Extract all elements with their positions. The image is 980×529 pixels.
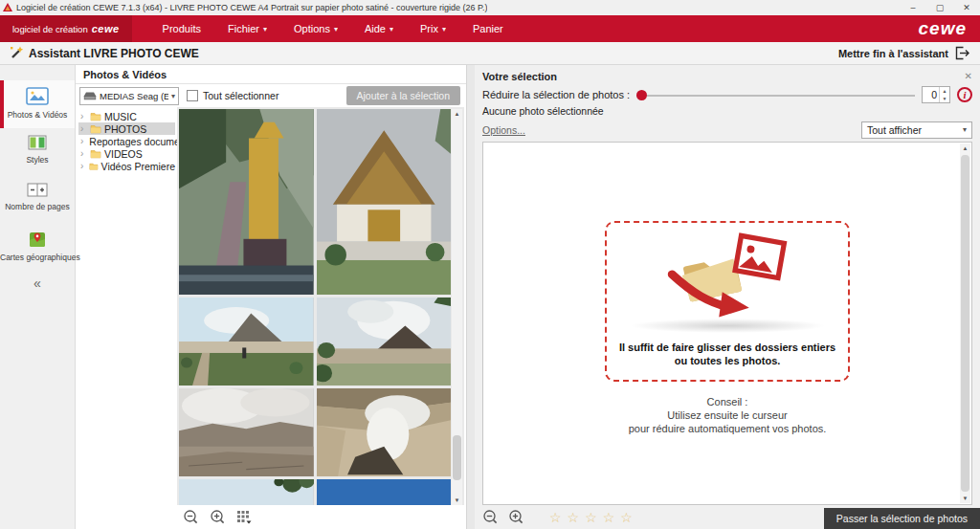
folder-photos[interactable]: › PHOTOS — [78, 122, 175, 135]
zoom-in-button[interactable] — [210, 509, 226, 525]
caret-down-icon: ▾ — [963, 125, 967, 134]
spinner-up-icon[interactable]: ▲ — [940, 87, 949, 95]
folder-icon — [90, 149, 101, 159]
drive-icon — [83, 92, 97, 100]
folder-music[interactable]: › MUSIC — [78, 110, 175, 122]
scroll-up-icon[interactable]: ▲ — [455, 109, 460, 119]
drive-selector[interactable]: MEDIAS Seag (E:) ▾ — [79, 87, 179, 105]
photo-count-value: 0 — [923, 87, 939, 102]
select-all-checkbox[interactable]: Tout sélectionner — [187, 90, 278, 101]
slider-knob[interactable] — [636, 90, 647, 100]
menubar: logiciel de création cewe Produits Fichi… — [0, 15, 980, 42]
star-icon[interactable]: ☆ — [568, 510, 586, 525]
caret-down-icon: ▾ — [171, 92, 175, 100]
caret-down-icon: ▾ — [334, 25, 338, 33]
photo-count-spinner[interactable]: 0 ▲▼ — [922, 86, 950, 103]
photos-videos-panel: Photos & Vidéos MEDIAS Seag (E:) ▾ Tout … — [75, 65, 466, 529]
folder-videos[interactable]: › VIDEOS — [78, 147, 175, 160]
assistant-title: Assistant LIVRE PHOTO CEWE — [29, 47, 199, 60]
photo-thumbnail[interactable] — [179, 109, 314, 295]
options-link[interactable]: Options... — [482, 124, 525, 136]
app-logo: logiciel de création cewe — [0, 15, 132, 42]
drag-drop-zone[interactable]: Il suffit de faire glisser des dossiers … — [605, 221, 850, 382]
thumbnails-scrollbar[interactable]: ▲ ▼ — [452, 109, 462, 505]
minimize-button[interactable]: – — [900, 0, 926, 15]
caret-down-icon: ▾ — [390, 25, 393, 33]
collapse-sidebar-button[interactable]: « — [0, 276, 75, 291]
map-icon — [29, 231, 46, 248]
exit-icon — [954, 46, 970, 60]
expand-icon[interactable]: › — [80, 111, 87, 121]
scroll-down-icon[interactable]: ▼ — [455, 496, 460, 505]
menu-produits[interactable]: Produits — [149, 15, 214, 42]
folder-reportages[interactable]: › Reportages document... — [78, 135, 175, 147]
menu-options[interactable]: Options▾ — [280, 15, 351, 42]
scroll-down-icon[interactable]: ▼ — [963, 494, 969, 503]
reduce-selection-label: Réduire la sélection de photos : — [482, 89, 630, 100]
dropzone-text-line1: Il suffit de faire glisser des dossiers … — [607, 341, 848, 354]
sidebar-item-styles[interactable]: Styles — [0, 128, 75, 176]
photo-thumbnail[interactable] — [179, 479, 314, 505]
caret-down-icon: ▾ — [263, 25, 267, 33]
selection-panel: Votre sélection ✕ Réduire la sélection d… — [475, 65, 980, 529]
zoom-out-button[interactable] — [183, 509, 199, 525]
spinner-down-icon[interactable]: ▼ — [940, 95, 949, 102]
sidebar-item-nombre-de-pages[interactable]: Nombre de pages — [0, 176, 75, 224]
photo-thumbnail[interactable] — [317, 388, 452, 476]
scroll-up-icon[interactable]: ▲ — [963, 143, 969, 153]
close-panel-icon[interactable]: ✕ — [965, 71, 972, 81]
menu-panier[interactable]: Panier — [459, 15, 517, 42]
star-icon[interactable]: ☆ — [549, 510, 568, 525]
logo-prefix: logiciel de création — [12, 24, 88, 34]
menu-prix[interactable]: Prix▾ — [407, 15, 459, 42]
add-to-selection-button[interactable]: Ajouter à la sélection — [346, 86, 460, 105]
photos-videos-icon — [26, 87, 49, 105]
assistant-header: Assistant LIVRE PHOTO CEWE Mettre fin à … — [0, 42, 980, 65]
photo-thumbnail[interactable] — [179, 298, 314, 386]
selection-panel-title: Votre sélection — [482, 71, 557, 82]
folder-tree: › MUSIC › PHOTOS › Reportages document..… — [76, 107, 175, 505]
panel-divider — [466, 65, 475, 529]
left-sidebar: Photos & Vidéos Styles Nombre de pages — [0, 65, 75, 529]
info-icon[interactable]: i — [957, 87, 972, 102]
selection-scrollbar[interactable]: ▲ ▼ — [960, 143, 970, 503]
icon-shadow — [630, 319, 826, 333]
selection-zoom-out-button[interactable] — [482, 509, 499, 525]
sidebar-item-cartes-geographiques[interactable]: Cartes géographiques — [0, 224, 75, 272]
thumbnail-size-button[interactable] — [236, 510, 252, 524]
expand-icon[interactable]: › — [80, 136, 83, 146]
rating-stars[interactable]: ☆☆☆☆☆ — [549, 511, 638, 524]
star-icon[interactable]: ☆ — [620, 510, 638, 525]
selection-status: Aucune photo sélectionnée — [482, 105, 972, 120]
styles-icon — [28, 135, 47, 150]
star-icon[interactable]: ☆ — [603, 510, 621, 525]
maximize-button[interactable]: ▢ — [926, 0, 953, 15]
photo-thumbnail[interactable] — [317, 298, 452, 386]
window-titlebar: Logiciel de création CEWE 7.1.3 (x64) - … — [0, 0, 980, 15]
filter-dropdown[interactable]: Tout afficher ▾ — [861, 121, 972, 139]
star-icon[interactable]: ☆ — [585, 510, 603, 525]
photo-thumbnail[interactable] — [179, 388, 314, 476]
window-title: Logiciel de création CEWE 7.1.3 (x64) - … — [16, 3, 487, 12]
close-button[interactable]: ✕ — [953, 0, 980, 15]
expand-icon[interactable]: › — [80, 161, 86, 171]
folder-videos-premiere[interactable]: › Vidéos Premiere — [78, 160, 175, 172]
sidebar-item-photos-videos[interactable]: Photos & Vidéos — [0, 80, 75, 128]
folder-icon — [90, 124, 101, 134]
selected-photos-area[interactable]: Il suffit de faire glisser des dossiers … — [482, 142, 972, 505]
folder-icon — [89, 162, 99, 171]
photo-thumbnail[interactable] — [317, 479, 452, 505]
selection-zoom-in-button[interactable] — [508, 509, 524, 525]
magic-wand-icon — [10, 46, 24, 60]
expand-icon[interactable]: › — [80, 148, 87, 159]
expand-icon[interactable]: › — [80, 123, 87, 134]
tip-text: Conseil : Utilisez ensuite le curseur po… — [574, 395, 880, 435]
photo-thumbnail[interactable] — [317, 109, 452, 295]
menu-fichier[interactable]: Fichier▾ — [214, 15, 280, 42]
checkbox[interactable] — [187, 90, 198, 101]
skip-photo-selection-button[interactable]: Passer la sélection de photos — [824, 508, 980, 529]
reduce-selection-slider[interactable] — [636, 88, 915, 101]
menu-aide[interactable]: Aide▾ — [351, 15, 407, 42]
logo-brand: cewe — [92, 23, 120, 34]
finish-assistant-button[interactable]: Mettre fin à l'assistant — [838, 46, 970, 60]
